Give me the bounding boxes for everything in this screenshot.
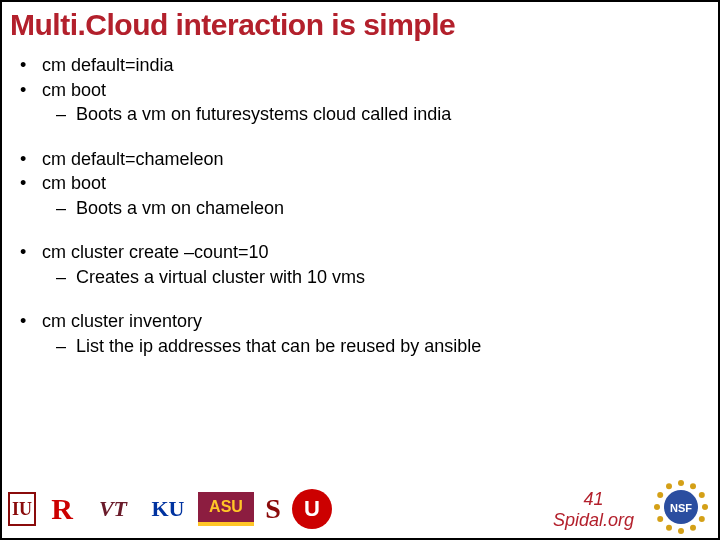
stonybrook-logo: S <box>260 492 286 526</box>
bullet-group: cm cluster inventory List the ip address… <box>2 310 718 357</box>
iu-logo: IU <box>8 492 36 526</box>
slide-body: cm default=india cm boot Boots a vm on f… <box>2 44 718 538</box>
svg-point-0 <box>678 480 684 486</box>
bullet-item: cm default=chameleon <box>2 148 718 171</box>
page-number: 41 <box>553 489 634 511</box>
utah-logo: U <box>292 489 332 529</box>
svg-point-4 <box>699 516 705 522</box>
svg-point-5 <box>690 525 696 531</box>
site-label: Spidal.org <box>553 510 634 532</box>
affiliation-logos: IU R VT KU ASU S U <box>8 486 332 532</box>
nsf-logo: NSF <box>654 480 708 534</box>
svg-point-6 <box>678 528 684 534</box>
bullet-group: cm default=india cm boot Boots a vm on f… <box>2 54 718 126</box>
vt-logo: VT <box>88 492 138 526</box>
svg-text:NSF: NSF <box>670 502 692 514</box>
svg-point-2 <box>699 492 705 498</box>
slide: Multi.Cloud interaction is simple cm def… <box>2 2 718 538</box>
slide-title: Multi.Cloud interaction is simple <box>2 2 718 44</box>
rutgers-logo: R <box>42 492 82 526</box>
bullet-group: cm cluster create –count=10 Creates a vi… <box>2 241 718 288</box>
bullet-item: cm cluster create –count=10 <box>2 241 718 264</box>
svg-point-11 <box>666 483 672 489</box>
svg-point-10 <box>657 492 663 498</box>
sub-bullet-item: Creates a virtual cluster with 10 vms <box>2 266 718 289</box>
sub-bullet-item: Boots a vm on futuresystems cloud called… <box>2 103 718 126</box>
bullet-item: cm default=india <box>2 54 718 77</box>
svg-point-9 <box>654 504 660 510</box>
bullet-group: cm default=chameleon cm boot Boots a vm … <box>2 148 718 220</box>
page-info: 41 Spidal.org <box>553 489 634 532</box>
svg-point-8 <box>657 516 663 522</box>
slide-footer: IU R VT KU ASU S U 41 Spidal.org <box>2 478 718 538</box>
svg-point-3 <box>702 504 708 510</box>
bullet-item: cm cluster inventory <box>2 310 718 333</box>
sub-bullet-item: List the ip addresses that can be reused… <box>2 335 718 358</box>
svg-point-7 <box>666 525 672 531</box>
asu-logo: ASU <box>198 492 254 526</box>
svg-point-1 <box>690 483 696 489</box>
sub-bullet-item: Boots a vm on chameleon <box>2 197 718 220</box>
bullet-item: cm boot <box>2 79 718 102</box>
ku-logo: KU <box>144 492 192 526</box>
bullet-item: cm boot <box>2 172 718 195</box>
